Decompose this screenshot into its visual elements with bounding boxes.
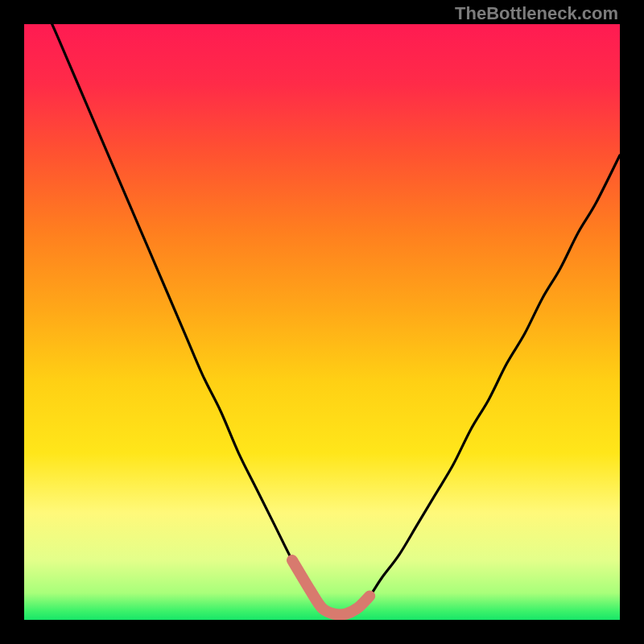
watermark-text: TheBottleneck.com bbox=[455, 3, 618, 24]
chart-frame: TheBottleneck.com bbox=[0, 0, 644, 644]
bottleneck-curve bbox=[24, 24, 620, 620]
plot-area bbox=[24, 24, 620, 620]
